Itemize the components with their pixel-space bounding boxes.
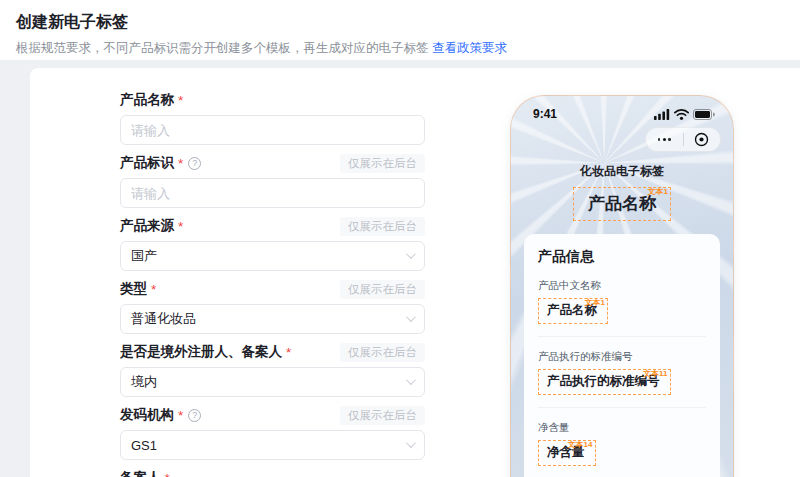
code-issuer-select[interactable]: GS1 bbox=[120, 430, 425, 460]
field-product-identifier: 产品标识 * 仅展示在后台 bbox=[120, 153, 425, 208]
required-mark: * bbox=[178, 93, 183, 108]
status-time: 9:41 bbox=[533, 107, 557, 121]
field-code-issuer: 发码机构 * 仅展示在后台 GS1 bbox=[120, 405, 425, 460]
chevron-down-icon bbox=[406, 249, 416, 259]
help-icon[interactable] bbox=[188, 409, 201, 422]
backend-only-badge: 仅展示在后台 bbox=[340, 217, 425, 236]
info-item: 净含量 净含量 文本14 bbox=[538, 421, 706, 466]
page-header: 创建新电子标签 根据规范要求，不同产品标识需分开创建多个模板，再生成对应的电子标… bbox=[0, 0, 800, 60]
miniprogram-capsule bbox=[645, 127, 721, 152]
field-head: 备案人 * bbox=[120, 468, 425, 477]
field-label: 类型 bbox=[120, 280, 147, 298]
slot-tag: 文本1 bbox=[648, 188, 668, 196]
hero-slot-wrap: 产品名称 文本1 bbox=[511, 187, 733, 221]
create-label-card: 产品名称 * 产品标识 * 仅展示在后台 产品来源 * 仅展示在后台 国产 bbox=[30, 68, 800, 477]
battery-icon bbox=[693, 109, 715, 120]
hero-product-name-slot[interactable]: 产品名称 文本1 bbox=[573, 187, 671, 221]
item-label: 产品执行的标准编号 bbox=[538, 350, 706, 364]
item-slot-net-content[interactable]: 净含量 文本14 bbox=[538, 440, 596, 466]
field-head: 类型 * 仅展示在后台 bbox=[120, 279, 425, 299]
policy-requirements-link[interactable]: 查看政策要求 bbox=[432, 41, 507, 55]
field-label: 是否是境外注册人、备案人 bbox=[120, 343, 282, 361]
help-icon[interactable] bbox=[188, 157, 201, 170]
chevron-down-icon bbox=[406, 438, 416, 448]
field-head: 发码机构 * 仅展示在后台 bbox=[120, 405, 425, 425]
field-type: 类型 * 仅展示在后台 普通化妆品 bbox=[120, 279, 425, 334]
required-mark: * bbox=[165, 471, 170, 477]
field-label: 备案人 bbox=[120, 469, 161, 477]
hero-value: 产品名称 bbox=[588, 194, 656, 213]
signal-icon bbox=[654, 109, 670, 120]
item-slot-standard-number[interactable]: 产品执行的标准编号 文本11 bbox=[538, 369, 671, 395]
field-record-holder: 备案人 * bbox=[120, 468, 425, 477]
page-subtitle: 根据规范要求，不同产品标识需分开创建多个模板，再生成对应的电子标签 查看政策要求 bbox=[16, 40, 784, 57]
field-label: 产品标识 bbox=[120, 154, 174, 172]
field-product-name: 产品名称 * bbox=[120, 90, 425, 145]
chevron-down-icon bbox=[406, 375, 416, 385]
product-info-card: 产品信息 产品中文名称 产品名称 文本1 产品执行的标准编号 产品执行的标准编号… bbox=[524, 234, 720, 477]
info-item: 产品执行的标准编号 产品执行的标准编号 文本11 bbox=[538, 350, 706, 395]
item-label: 净含量 bbox=[538, 421, 706, 435]
page-subtitle-text: 根据规范要求，不同产品标识需分开创建多个模板，再生成对应的电子标签 bbox=[16, 41, 429, 55]
page-title: 创建新电子标签 bbox=[16, 12, 784, 33]
select-value: 普通化妆品 bbox=[131, 310, 196, 328]
info-item: 产品中文名称 产品名称 文本1 bbox=[538, 279, 706, 324]
field-overseas-registrant: 是否是境外注册人、备案人 * 仅展示在后台 境内 bbox=[120, 342, 425, 397]
field-head: 产品标识 * 仅展示在后台 bbox=[120, 153, 425, 173]
field-product-origin: 产品来源 * 仅展示在后台 国产 bbox=[120, 216, 425, 271]
slot-tag: 文本14 bbox=[568, 441, 593, 449]
product-identifier-input[interactable] bbox=[120, 178, 425, 208]
phone-preview: 9:41 bbox=[510, 95, 734, 477]
overseas-registrant-select[interactable]: 境内 bbox=[120, 367, 425, 397]
ellipsis-icon bbox=[658, 138, 671, 141]
field-label: 产品来源 bbox=[120, 217, 174, 235]
type-select[interactable]: 普通化妆品 bbox=[120, 304, 425, 334]
field-head: 是否是境外注册人、备案人 * 仅展示在后台 bbox=[120, 342, 425, 362]
product-origin-select[interactable]: 国产 bbox=[120, 241, 425, 271]
item-slot-product-name[interactable]: 产品名称 文本1 bbox=[538, 298, 608, 324]
product-info-title: 产品信息 bbox=[538, 248, 706, 266]
target-circle-icon bbox=[694, 132, 709, 147]
slot-tag: 文本1 bbox=[585, 299, 605, 307]
field-head: 产品名称 * bbox=[120, 90, 425, 110]
required-mark: * bbox=[178, 219, 183, 234]
divider bbox=[538, 336, 706, 337]
select-value: GS1 bbox=[131, 438, 157, 453]
backend-only-badge: 仅展示在后台 bbox=[340, 280, 425, 299]
field-label: 产品名称 bbox=[120, 91, 174, 109]
field-head: 产品来源 * 仅展示在后台 bbox=[120, 216, 425, 236]
miniapp-title: 化妆品电子标签 bbox=[511, 163, 733, 180]
backend-only-badge: 仅展示在后台 bbox=[340, 154, 425, 173]
select-value: 境内 bbox=[131, 373, 157, 391]
required-mark: * bbox=[151, 282, 156, 297]
required-mark: * bbox=[286, 345, 291, 360]
status-bar: 9:41 bbox=[511, 96, 733, 121]
select-value: 国产 bbox=[131, 247, 157, 265]
close-minimize-button[interactable] bbox=[684, 128, 721, 151]
backend-only-badge: 仅展示在后台 bbox=[340, 343, 425, 362]
chevron-down-icon bbox=[406, 312, 416, 322]
required-mark: * bbox=[178, 408, 183, 423]
more-options-button[interactable] bbox=[646, 128, 683, 151]
backend-only-badge: 仅展示在后台 bbox=[340, 406, 425, 425]
product-name-input[interactable] bbox=[120, 115, 425, 145]
label-form: 产品名称 * 产品标识 * 仅展示在后台 产品来源 * 仅展示在后台 国产 bbox=[120, 90, 425, 477]
field-label: 发码机构 bbox=[120, 406, 174, 424]
item-label: 产品中文名称 bbox=[538, 279, 706, 293]
slot-tag: 文本11 bbox=[643, 370, 667, 378]
status-icons bbox=[654, 109, 715, 120]
required-mark: * bbox=[178, 156, 183, 171]
wifi-icon bbox=[674, 109, 689, 120]
divider bbox=[538, 407, 706, 408]
